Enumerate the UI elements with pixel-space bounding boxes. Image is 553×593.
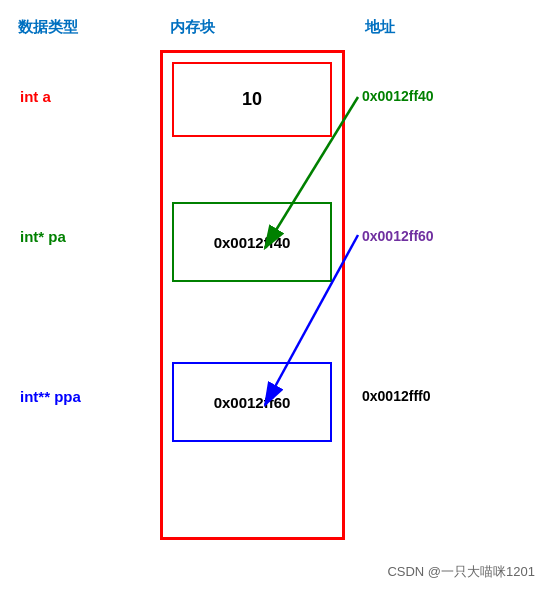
address-label-int-pa: 0x0012ff60 <box>362 228 434 244</box>
address-column-header: 地址 <box>365 18 395 37</box>
type-label-int-pa: int* pa <box>20 228 66 245</box>
memory-column-header: 内存块 <box>170 18 215 37</box>
type-column-header: 数据类型 <box>18 18 78 37</box>
type-label-int-ppa: int** ppa <box>20 388 81 405</box>
memory-cell-int-pa: 0x0012ff40 <box>172 202 332 282</box>
memory-cell-int-a: 10 <box>172 62 332 137</box>
footer-credit: CSDN @一只大喵咪1201 <box>387 563 535 581</box>
memory-cell-int-ppa: 0x0012ff60 <box>172 362 332 442</box>
address-label-int-a: 0x0012ff40 <box>362 88 434 104</box>
address-label-int-ppa: 0x0012fff0 <box>362 388 431 404</box>
type-label-int-a: int a <box>20 88 51 105</box>
